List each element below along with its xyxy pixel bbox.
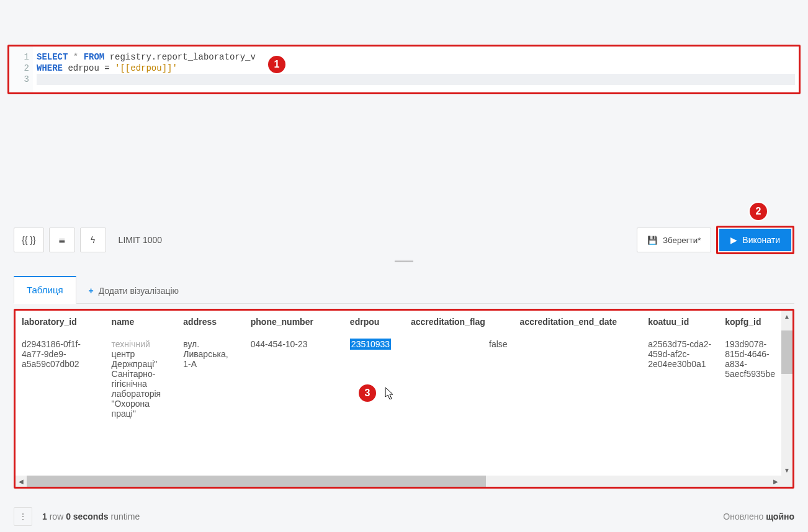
line-number: 2 bbox=[13, 63, 29, 74]
cell-name: технічний центр Держпраці" Санітарно-гіг… bbox=[105, 335, 177, 422]
line-number: 3 bbox=[13, 74, 29, 85]
results-tabs: Таблиця + Додати візуалізацію bbox=[14, 274, 794, 304]
col-header[interactable]: accreditation_end_date bbox=[514, 311, 642, 335]
save-button[interactable]: 💾 Зберегти* bbox=[637, 228, 711, 252]
scroll-down-icon[interactable]: ▼ bbox=[781, 464, 792, 476]
save-label: Зберегти* bbox=[663, 236, 701, 245]
cell-koatuu-id: a2563d75-cda2-459d-af2c-2e04ee30b0a1 bbox=[642, 335, 719, 422]
sql-code-area[interactable]: SELECT * FROM registry.report_laboratory… bbox=[33, 47, 799, 92]
status-text: 1 row 0 seconds runtime bbox=[42, 512, 140, 521]
sql-editor-panel: 1 2 3 SELECT * FROM registry.report_labo… bbox=[7, 45, 801, 94]
col-header[interactable]: laboratory_id bbox=[16, 311, 105, 335]
table-header-row: laboratory_id name address phone_number … bbox=[16, 311, 792, 335]
scroll-left-icon[interactable]: ◀ bbox=[16, 476, 27, 487]
add-visualization-label: Додати візуалізацію bbox=[99, 286, 179, 296]
cell-accreditation-flag: false bbox=[405, 335, 514, 422]
cell-edrpou: 23510933 bbox=[344, 335, 405, 422]
execute-button[interactable]: ▶ Виконати bbox=[719, 229, 791, 251]
status-bar: ⋮ 1 row 0 seconds runtime Оновлено щойно bbox=[14, 507, 794, 526]
horizontal-scrollbar[interactable]: ◀ ▶ bbox=[16, 476, 781, 487]
code-line: WHERE edrpou = '[[edrpou]]' bbox=[37, 63, 795, 74]
limit-label[interactable]: LIMIT 1000 bbox=[119, 235, 163, 245]
col-header[interactable]: accreditation_flag bbox=[405, 311, 514, 335]
editor-gutter: 1 2 3 bbox=[9, 47, 33, 92]
scroll-thumb[interactable] bbox=[27, 476, 486, 487]
scroll-corner bbox=[781, 476, 792, 487]
code-line: SELECT * FROM registry.report_laboratory… bbox=[37, 51, 795, 63]
cell-laboratory-id: d2943186-0f1f-4a77-9de9-a5a59c07db02 bbox=[16, 335, 105, 422]
scroll-right-icon[interactable]: ▶ bbox=[770, 476, 781, 487]
results-panel: laboratory_id name address phone_number … bbox=[14, 309, 794, 489]
add-visualization-button[interactable]: + Додати візуалізацію bbox=[76, 278, 192, 303]
scroll-up-icon[interactable]: ▲ bbox=[781, 311, 792, 322]
tab-table[interactable]: Таблиця bbox=[14, 276, 76, 304]
col-header[interactable]: koatuu_id bbox=[642, 311, 719, 335]
results-table: laboratory_id name address phone_number … bbox=[16, 311, 792, 422]
cell-accreditation-end-date bbox=[514, 335, 642, 422]
table-row[interactable]: d2943186-0f1f-4a77-9de9-a5a59c07db02 тех… bbox=[16, 335, 792, 422]
play-icon: ▶ bbox=[730, 235, 737, 245]
scroll-thumb[interactable] bbox=[781, 330, 792, 374]
format-button[interactable]: ϟ bbox=[80, 228, 106, 252]
editor-toolbar: {{ }} ≣ ϟ LIMIT 1000 💾 Зберегти* ▶ Викон… bbox=[14, 227, 794, 253]
status-menu-button[interactable]: ⋮ bbox=[14, 507, 32, 526]
vertical-scrollbar[interactable]: ▲ ▼ bbox=[781, 311, 792, 476]
status-refresh: Оновлено щойно bbox=[723, 512, 794, 521]
col-header[interactable]: name bbox=[105, 311, 177, 335]
callout-badge-3: 3 bbox=[357, 383, 377, 403]
execute-button-highlight: ▶ Виконати bbox=[716, 226, 794, 254]
drag-handle[interactable]: ═══ bbox=[388, 255, 420, 258]
cell-address: вул. Ливарська, 1-А bbox=[177, 335, 244, 422]
results-table-wrap: laboratory_id name address phone_number … bbox=[16, 311, 792, 476]
col-header[interactable]: edrpou bbox=[344, 311, 405, 335]
callout-badge-2: 2 bbox=[748, 202, 768, 221]
plus-icon: + bbox=[89, 286, 94, 296]
brackets-button[interactable]: {{ }} bbox=[14, 228, 44, 252]
save-icon: 💾 bbox=[647, 236, 658, 245]
code-line bbox=[37, 74, 795, 85]
indent-button[interactable]: ≣ bbox=[49, 228, 75, 252]
callout-badge-1: 1 bbox=[267, 55, 287, 74]
cell-phone: 044-454-10-23 bbox=[245, 335, 344, 422]
line-number: 1 bbox=[13, 51, 29, 63]
col-header[interactable]: address bbox=[177, 311, 244, 335]
execute-label: Виконати bbox=[742, 235, 780, 245]
col-header[interactable]: phone_number bbox=[245, 311, 344, 335]
